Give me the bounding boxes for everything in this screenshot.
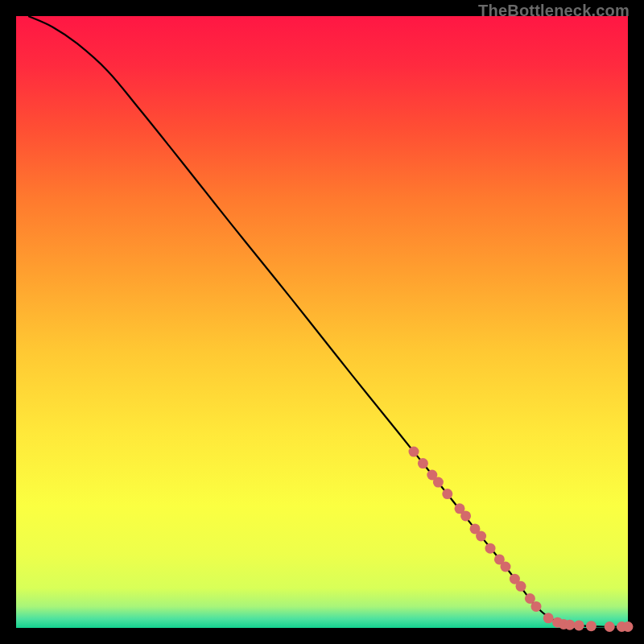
scatter-point [531,601,542,612]
chart-container: { "watermark": "TheBottleneck.com", "cha… [0,0,644,644]
scatter-point [543,613,554,623]
watermark-text: TheBottleneck.com [478,2,630,20]
scatter-point [418,458,428,469]
scatter-point [586,621,597,631]
chart-plot [0,0,644,644]
scatter-point [516,581,526,592]
scatter-point [460,510,471,521]
scatter-point [409,447,419,457]
scatter-point [433,477,444,488]
scatter-point [485,543,496,554]
scatter-point [574,620,584,630]
scatter-point [605,621,615,632]
scatter-point [476,531,486,542]
scatter-point [501,562,511,572]
scatter-point [623,621,634,632]
scatter-point [564,620,575,630]
plot-background [16,16,628,628]
scatter-point [442,489,452,499]
